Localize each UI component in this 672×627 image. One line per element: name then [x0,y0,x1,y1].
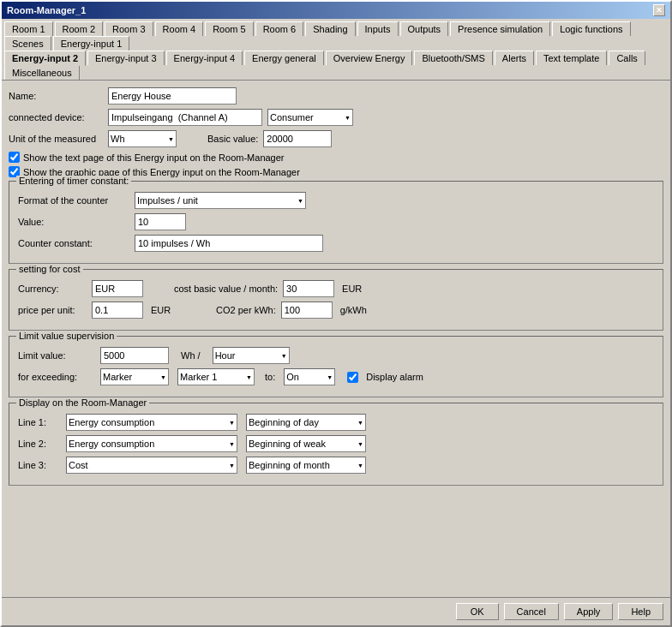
marker1-wrapper: Marker 1 [177,368,255,385]
limit-unit: Wh / [181,350,201,361]
checkbox1-row: Show the text page of this Energy input … [9,152,663,163]
cost-basic-unit: EUR [342,284,362,294]
tab-inputs[interactable]: Inputs [357,21,399,36]
format-label: Format of the counter [18,195,129,206]
line2-type-wrapper: Energy consumption [66,435,237,452]
tab-room2[interactable]: Room 2 [55,21,104,36]
format-select[interactable]: Impulses / unit [135,192,306,209]
limit-input[interactable] [100,347,169,364]
display-alarm-checkbox[interactable] [347,372,358,383]
price-label: price per unit: [18,305,87,315]
tab-overview-energy[interactable]: Overview Energy [326,51,413,65]
close-button[interactable]: ✕ [653,4,665,16]
counter-input[interactable] [135,235,323,252]
tab-room1[interactable]: Room 1 [4,21,53,36]
limit-period-select[interactable]: Hour [213,347,290,364]
tab-outputs[interactable]: Outputs [400,21,449,36]
tab-alerts[interactable]: Alerts [495,51,534,65]
tab-energy-input3[interactable]: Energy-input 3 [87,51,165,65]
help-button[interactable]: Help [618,603,663,620]
price-unit: EUR [151,305,185,315]
line3-row: Line 3: Cost Beginning of month [18,457,654,474]
consumer-select[interactable]: Consumer [267,109,353,126]
line3-period-wrapper: Beginning of month [246,457,366,474]
price-row: price per unit: EUR CO2 per kWh: g/kWh [18,302,654,319]
basic-value-input[interactable] [263,130,332,147]
line2-type-select[interactable]: Energy consumption [66,435,237,452]
limit-row: Limit value: Wh / Hour [18,347,654,364]
tab-scenes[interactable]: Scenes [4,36,51,51]
tab-bluetooth[interactable]: Bluetooth/SMS [414,51,492,65]
connected-device-input[interactable] [108,109,262,126]
value-row: Value: [18,213,654,230]
price-input[interactable] [92,302,143,319]
unit-label: Unit of the measured [9,134,103,144]
tab-energy-input2[interactable]: Energy-input 2 [4,51,86,66]
co2-input[interactable] [281,302,333,319]
line1-row: Line 1: Energy consumption Beginning of … [18,414,654,431]
marker-select[interactable]: Marker [100,368,169,385]
value-label: Value: [18,217,129,227]
tab-calls[interactable]: Calls [609,51,645,65]
apply-button[interactable]: Apply [564,603,614,620]
main-window: Room-Manager_1 ✕ Room 1 Room 2 Room 3 Ro… [0,0,672,627]
display-group: Display on the Room-Manager Line 1: Ener… [9,403,663,486]
value-input[interactable] [135,213,186,230]
cost-group: setting for cost Currency: cost basic va… [9,269,663,331]
tab-row-1: Room 1 Room 2 Room 3 Room 4 Room 5 Room … [2,19,670,51]
cost-basic-input[interactable] [283,280,334,297]
name-input[interactable] [108,87,237,104]
tab-shading[interactable]: Shading [305,21,355,36]
line3-type-select[interactable]: Cost [66,457,237,474]
limit-group: Limit value supervision Limit value: Wh … [9,336,663,397]
line1-type-select[interactable]: Energy consumption [66,414,237,431]
tab-energy-input1[interactable]: Energy-input 1 [53,36,130,51]
line1-label: Line 1: [18,417,61,427]
line2-period-select[interactable]: Beginning of weak [246,435,366,452]
marker1-select[interactable]: Marker 1 [177,368,255,385]
line3-period-select[interactable]: Beginning of month [246,457,366,474]
ok-button[interactable]: OK [456,603,499,620]
tab-text-template[interactable]: Text template [536,51,607,65]
unit-select[interactable]: Wh [108,130,177,147]
tab-energy-general[interactable]: Energy general [244,51,324,65]
cancel-button[interactable]: Cancel [504,603,559,620]
to-label: to: [265,372,275,382]
basic-value-label: Basic value: [207,134,258,144]
tab-miscellaneous[interactable]: Miscellaneous [4,65,80,80]
currency-input[interactable] [92,280,143,297]
line1-period-wrapper: Beginning of day [246,414,366,431]
co2-label: CO2 per kWh: [216,305,276,315]
on-select[interactable]: On [284,368,335,385]
tab-room6[interactable]: Room 6 [255,21,304,36]
line1-type-wrapper: Energy consumption [66,414,237,431]
display-alarm-label: Display alarm [366,372,423,382]
line2-label: Line 2: [18,439,61,449]
display-group-title: Display on the Room-Manager [16,397,149,408]
tab-room3[interactable]: Room 3 [105,21,153,36]
cost-group-inner: Currency: cost basic value / month: EUR … [18,280,654,319]
tab-room5[interactable]: Room 5 [205,21,254,36]
tab-row-2: Energy-input 2 Energy-input 3 Energy-inp… [2,51,670,81]
tab-energy-input4[interactable]: Energy-input 4 [166,51,243,65]
currency-row: Currency: cost basic value / month: EUR [18,280,654,297]
format-row: Format of the counter Impulses / unit [18,192,654,209]
tab-presence[interactable]: Presence simulation [450,21,550,36]
timer-group: Entering of timer constant: Format of th… [9,181,663,264]
tab-room4[interactable]: Room 4 [155,21,204,36]
line3-label: Line 3: [18,460,61,470]
name-row: Name: [9,87,663,104]
line1-period-select[interactable]: Beginning of day [246,414,366,431]
line3-type-wrapper: Cost [66,457,237,474]
bottom-bar: OK Cancel Apply Help [2,597,670,625]
timer-group-title: Entering of timer constant: [16,176,131,186]
checkbox1[interactable] [9,152,20,163]
limit-group-inner: Limit value: Wh / Hour for exceeding: Ma… [18,347,654,385]
title-bar: Room-Manager_1 ✕ [2,2,670,19]
line2-period-wrapper: Beginning of weak [246,435,366,452]
connected-device-row: connected device: Consumer [9,109,663,126]
currency-label: Currency: [18,284,87,294]
tab-logic[interactable]: Logic functions [552,21,630,36]
limit-group-title: Limit value supervision [16,331,117,341]
counter-label: Counter constant: [18,238,129,248]
